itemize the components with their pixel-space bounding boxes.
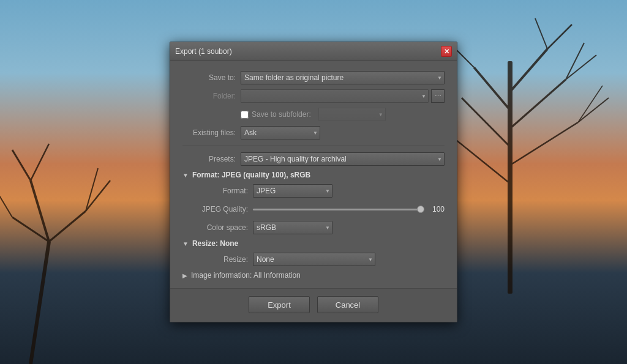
save-to-row: Save to: Same folder as original picture… <box>182 71 445 84</box>
jpeg-quality-row: JPEG Quality: 100 <box>195 202 445 216</box>
resize-section-content: Resize: None Long edge Short edge Width … <box>195 253 445 266</box>
jpeg-quality-control: 100 <box>253 205 445 214</box>
format-section-title: Format: JPEG (quality 100), sRGB <box>192 171 310 179</box>
existing-files-label: Existing files: <box>182 128 241 137</box>
subfolder-select-wrapper <box>318 108 386 121</box>
folder-select-wrapper <box>241 89 429 103</box>
save-to-select-wrapper: Same folder as original picture Specific… <box>241 71 445 84</box>
existing-files-row: Existing files: Ask Skip Overwrite Renam… <box>182 126 445 139</box>
resize-section-header[interactable]: ▼ Resize: None <box>182 239 445 248</box>
color-space-select[interactable]: sRGB Adobe RGB ProPhoto RGB <box>253 221 332 234</box>
presets-control: JPEG - High quality for archival JPEG - … <box>241 152 445 166</box>
folder-browse-icon: ⋯ <box>435 92 441 100</box>
color-space-row: Color space: sRGB Adobe RGB ProPhoto RGB <box>195 221 445 234</box>
quality-slider[interactable] <box>253 209 424 210</box>
presets-select[interactable]: JPEG - High quality for archival JPEG - … <box>241 152 445 166</box>
subfolder-checkbox-label[interactable]: Save to subfolder: <box>241 110 311 119</box>
format-section-arrow: ▼ <box>182 172 189 179</box>
color-space-control: sRGB Adobe RGB ProPhoto RGB <box>253 221 445 234</box>
resize-control: None Long edge Short edge Width Height <box>253 253 445 266</box>
subfolder-checkbox[interactable] <box>241 111 249 119</box>
folder-control: ⋯ <box>241 89 445 103</box>
image-info-section[interactable]: ▶ Image information: All Information <box>182 271 445 280</box>
resize-section: ▼ Resize: None Resize: None Long edge Sh… <box>182 239 445 266</box>
resize-section-arrow: ▼ <box>182 240 189 247</box>
dialog-body: Save to: Same folder as original picture… <box>170 61 457 288</box>
close-button[interactable]: ✕ <box>441 46 452 57</box>
resize-label: Resize: <box>195 255 253 264</box>
subfolder-select[interactable] <box>318 108 386 121</box>
save-to-control: Same folder as original picture Specific… <box>241 71 445 84</box>
color-space-select-wrapper: sRGB Adobe RGB ProPhoto RGB <box>253 221 332 234</box>
cancel-button[interactable]: Cancel <box>317 296 378 313</box>
presets-row: Presets: JPEG - High quality for archiva… <box>182 152 445 166</box>
format-select[interactable]: JPEG PNG TIFF PSD <box>253 184 332 198</box>
format-section-header[interactable]: ▼ Format: JPEG (quality 100), sRGB <box>182 171 445 179</box>
format-section-content: Format: JPEG PNG TIFF PSD <box>195 184 445 234</box>
resize-row: Resize: None Long edge Short edge Width … <box>195 253 445 266</box>
subfolder-row: Save to subfolder: <box>182 108 445 121</box>
separator-1 <box>182 146 445 146</box>
format-section: ▼ Format: JPEG (quality 100), sRGB Forma… <box>182 171 445 234</box>
folder-row: Folder: ⋯ <box>182 89 445 103</box>
color-space-label: Color space: <box>195 223 253 232</box>
dialog-overlay: Export (1 soubor) ✕ Save to: Same folder… <box>0 0 627 364</box>
existing-files-select-wrapper: Ask Skip Overwrite Rename <box>241 126 320 139</box>
folder-browse-button[interactable]: ⋯ <box>431 89 445 103</box>
existing-files-control: Ask Skip Overwrite Rename <box>241 126 445 139</box>
dialog-title: Export (1 soubor) <box>175 47 232 56</box>
presets-label: Presets: <box>182 155 241 163</box>
save-to-select[interactable]: Same folder as original picture Specific… <box>241 71 445 84</box>
format-select-wrapper: JPEG PNG TIFF PSD <box>253 184 332 198</box>
export-button[interactable]: Export <box>249 296 310 313</box>
format-label: Format: <box>195 187 253 195</box>
format-control: JPEG PNG TIFF PSD <box>253 184 445 198</box>
jpeg-quality-label: JPEG Quality: <box>195 205 253 214</box>
export-dialog: Export (1 soubor) ✕ Save to: Same folder… <box>170 42 457 322</box>
folder-select[interactable] <box>241 89 429 103</box>
presets-select-wrapper: JPEG - High quality for archival JPEG - … <box>241 152 445 166</box>
format-row: Format: JPEG PNG TIFF PSD <box>195 184 445 198</box>
resize-select[interactable]: None Long edge Short edge Width Height <box>253 253 375 266</box>
existing-files-select[interactable]: Ask Skip Overwrite Rename <box>241 126 320 139</box>
quality-value: 100 <box>429 205 445 214</box>
resize-section-title: Resize: None <box>192 239 238 248</box>
image-info-title: Image information: All Information <box>191 271 301 280</box>
dialog-footer: Export Cancel <box>170 288 457 322</box>
subfolder-control: Save to subfolder: <box>241 108 445 121</box>
quality-slider-wrapper <box>253 209 424 210</box>
folder-label: Folder: <box>182 92 241 100</box>
image-info-arrow: ▶ <box>182 272 187 279</box>
save-to-label: Save to: <box>182 73 241 82</box>
dialog-titlebar: Export (1 soubor) ✕ <box>170 42 457 61</box>
subfolder-label-text: Save to subfolder: <box>252 110 311 119</box>
resize-select-wrapper: None Long edge Short edge Width Height <box>253 253 375 266</box>
